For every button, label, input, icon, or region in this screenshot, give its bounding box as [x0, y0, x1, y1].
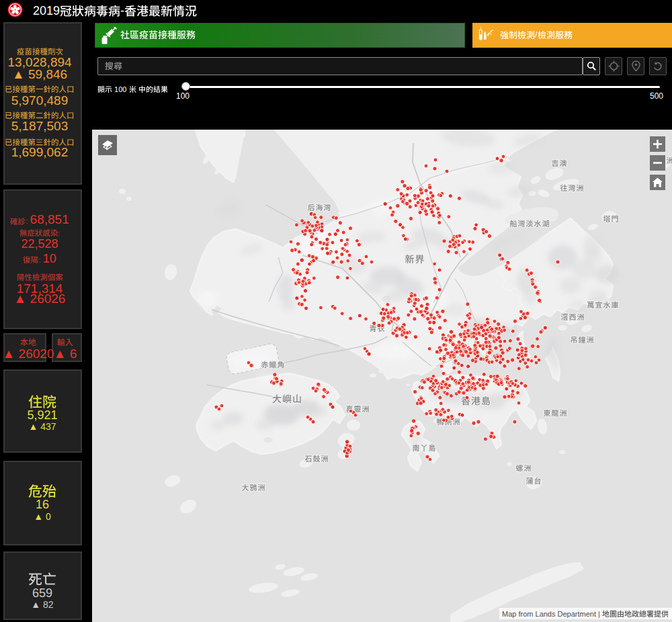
svg-text:Map from Lands Department |: Map from Lands Department | [502, 610, 600, 618]
